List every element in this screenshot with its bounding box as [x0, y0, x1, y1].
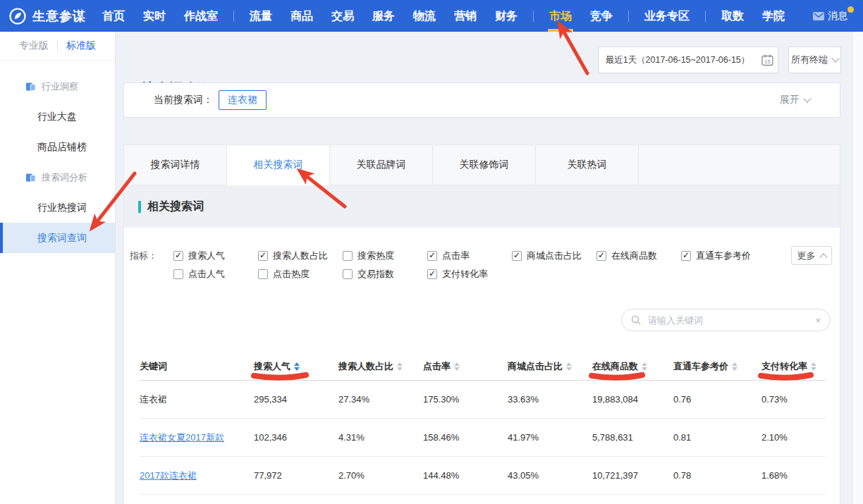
- message-button[interactable]: 消息: [813, 10, 847, 23]
- nav-item-academy[interactable]: 学院: [753, 0, 794, 32]
- chevron-down-icon: [831, 54, 839, 62]
- tab-bar: 搜索词详情 相关搜索词 关联品牌词 关联修饰词 关联热词: [124, 145, 840, 185]
- value-cell: 77,972: [254, 470, 338, 481]
- expand-toggle[interactable]: 展开: [780, 94, 810, 106]
- col-click-rate[interactable]: 点击率: [423, 360, 508, 373]
- chevron-up-icon: [819, 253, 827, 261]
- checkbox[interactable]: [427, 251, 437, 261]
- terminal-select[interactable]: 所有终端: [788, 47, 841, 73]
- nav-item-marketing[interactable]: 营销: [445, 0, 486, 32]
- nav-item-war-room[interactable]: 作战室: [175, 0, 227, 32]
- current-keyword-tag[interactable]: 连衣裙: [219, 90, 267, 110]
- checkbox[interactable]: [258, 269, 268, 279]
- date-range-picker[interactable]: 最近1天（2017-06-15~2017-06-15）: [598, 47, 757, 73]
- col-mall-click-ratio[interactable]: 商城点击占比: [508, 360, 592, 373]
- value-cell: 19,883,084: [592, 394, 673, 405]
- sidebar-item-search-word-query[interactable]: 搜索词查询: [0, 223, 115, 253]
- metric-search-heat[interactable]: 搜索热度: [343, 250, 427, 262]
- sort-icon[interactable]: [397, 362, 403, 371]
- sort-icon[interactable]: [811, 362, 816, 371]
- tab-search-word-detail[interactable]: 搜索词详情: [124, 145, 227, 185]
- calendar-button[interactable]: 15: [757, 47, 778, 73]
- sort-icon[interactable]: [566, 362, 572, 371]
- value-cell: 33.63%: [508, 394, 592, 405]
- metric-pay-conversion[interactable]: 支付转化率: [427, 268, 512, 281]
- tab-pro-version[interactable]: 专业版: [19, 39, 49, 52]
- checkbox[interactable]: [343, 269, 353, 279]
- nav-item-home[interactable]: 首页: [93, 0, 134, 32]
- sidebar-item-industry-hot-words[interactable]: 行业热搜词: [0, 192, 115, 223]
- nav-item-service[interactable]: 服务: [363, 0, 404, 32]
- checkbox[interactable]: [596, 251, 606, 261]
- sidebar-item-industry-market[interactable]: 行业大盘: [0, 102, 115, 132]
- metric-searcher-ratio[interactable]: 搜索人数占比: [258, 250, 343, 262]
- nav-item-market[interactable]: 市场: [540, 0, 581, 32]
- nav-divider: [533, 11, 534, 22]
- more-button[interactable]: 更多: [791, 246, 832, 265]
- metric-click-rate[interactable]: 点击率: [427, 250, 512, 262]
- tab-related-modifier-words[interactable]: 关联修饰词: [433, 145, 536, 185]
- metric-search-popularity[interactable]: 搜索人气: [173, 250, 258, 262]
- col-search-popularity[interactable]: 搜索人气: [254, 360, 338, 373]
- keyword-link[interactable]: 连衣裙女夏2017新款: [140, 431, 254, 444]
- brand-name: 生意参谋: [32, 8, 86, 25]
- checkbox[interactable]: [173, 269, 183, 279]
- checkbox[interactable]: [343, 251, 353, 261]
- brand[interactable]: 生意参谋: [8, 7, 86, 25]
- col-ztc-price[interactable]: 直通车参考价: [673, 360, 761, 373]
- sidebar-group-search-word-analysis[interactable]: 搜索词分析: [0, 162, 115, 192]
- clear-icon[interactable]: ×: [815, 316, 821, 325]
- related-words-table: 关键词 搜索人气 搜索人数占比 点击率 商城点击占比 在线商品数 直通车参考价 …: [140, 353, 826, 495]
- checkbox[interactable]: [258, 251, 268, 261]
- calendar-icon: 15: [761, 54, 774, 67]
- metric-click-heat[interactable]: 点击热度: [258, 268, 343, 281]
- value-cell: 2.10%: [761, 432, 826, 443]
- nav-item-product[interactable]: 商品: [281, 0, 322, 32]
- col-pay-conversion[interactable]: 支付转化率: [761, 360, 826, 373]
- tab-standard-version[interactable]: 标准版: [66, 39, 96, 52]
- nav-item-business-zone[interactable]: 业务专区: [635, 0, 699, 32]
- metric-online-products[interactable]: 在线商品数: [596, 250, 681, 262]
- nav-item-data-extract[interactable]: 取数: [712, 0, 753, 32]
- checkbox[interactable]: [512, 251, 522, 261]
- tab-related-brand-words[interactable]: 关联品牌词: [330, 145, 433, 185]
- checkbox[interactable]: [173, 251, 183, 261]
- nav-item-trade[interactable]: 交易: [322, 0, 363, 32]
- expand-label: 展开: [780, 94, 800, 106]
- sort-icon[interactable]: [294, 362, 300, 371]
- metric-click-popularity[interactable]: 点击人气: [173, 268, 258, 281]
- table-header: 关键词 搜索人气 搜索人数占比 点击率 商城点击占比 在线商品数 直通车参考价 …: [140, 353, 826, 381]
- nav-item-logistics[interactable]: 物流: [404, 0, 445, 32]
- value-cell: 5,788,631: [592, 432, 673, 443]
- metric-ztc-price[interactable]: 直通车参考价: [681, 250, 766, 262]
- metric-trade-index[interactable]: 交易指数: [343, 268, 427, 281]
- nav-item-traffic[interactable]: 流量: [240, 0, 281, 32]
- col-searcher-ratio[interactable]: 搜索人数占比: [338, 360, 423, 373]
- nav-item-finance[interactable]: 财务: [486, 0, 527, 32]
- value-cell: 175.30%: [423, 394, 508, 405]
- metric-mall-click-ratio[interactable]: 商城点击占比: [512, 250, 596, 262]
- message-label: 消息: [828, 10, 847, 23]
- col-online-products[interactable]: 在线商品数: [592, 360, 673, 373]
- value-cell: 43.05%: [508, 470, 592, 481]
- nav-item-competition[interactable]: 竞争: [581, 0, 622, 32]
- nav-item-realtime[interactable]: 实时: [134, 0, 175, 32]
- sort-icon[interactable]: [454, 362, 460, 371]
- sort-icon[interactable]: [642, 362, 647, 371]
- sidebar-group-industry-insight[interactable]: 行业洞察: [0, 71, 115, 102]
- sort-icon[interactable]: [732, 362, 737, 371]
- metric-row: 点击人气 点击热度 交易指数 支付转化率: [173, 265, 766, 283]
- checkbox[interactable]: [427, 269, 437, 279]
- sidebar-item-product-shop-rank[interactable]: 商品店铺榜: [0, 132, 115, 162]
- search-input[interactable]: [647, 314, 809, 326]
- keyword-link[interactable]: 2017款连衣裙: [140, 469, 254, 482]
- checkbox[interactable]: [681, 251, 691, 261]
- sidebar-version-tabs: 专业版 标准版: [0, 32, 115, 61]
- tab-related-search-words[interactable]: 相关搜索词: [227, 145, 330, 185]
- vertical-scrollbar[interactable]: [852, 32, 863, 504]
- tab-related-hot-words[interactable]: 关联热词: [536, 145, 639, 185]
- terminal-value: 所有终端: [791, 54, 828, 66]
- metric-filter: 指标： 搜索人气 搜索人数占比 搜索热度 点击率 商城点击占比 在线商品数 直通…: [130, 247, 766, 283]
- ledger-icon: [25, 82, 36, 92]
- col-keyword: 关键词: [140, 360, 254, 373]
